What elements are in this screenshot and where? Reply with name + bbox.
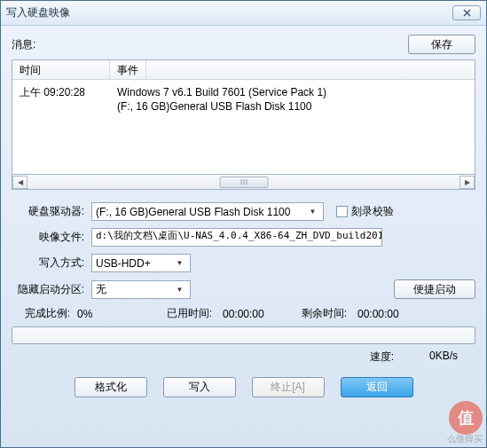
method-select[interactable]: USB-HDD+ ▼ bbox=[91, 254, 191, 272]
log-body: 上午 09:20:28 Windows 7 v6.1 Build 7601 (S… bbox=[12, 80, 475, 119]
log-event-column: Windows 7 v6.1 Build 7601 (Service Pack … bbox=[110, 83, 475, 115]
portable-boot-button[interactable]: 便捷启动 bbox=[394, 279, 475, 299]
progress-bar bbox=[12, 326, 475, 344]
hide-label: 隐藏启动分区: bbox=[12, 282, 91, 297]
watermark-text: 么值得买 bbox=[447, 433, 483, 445]
message-label: 消息: bbox=[12, 37, 408, 52]
bottom-buttons: 格式化 写入 终止[A] 返回 bbox=[12, 377, 475, 397]
message-row: 消息: 保存 bbox=[12, 35, 475, 54]
content-area: 消息: 保存 时间 事件 上午 09:20:28 Windows 7 v6.1 … bbox=[1, 26, 486, 405]
close-icon bbox=[463, 9, 471, 17]
verify-label: 刻录校验 bbox=[351, 204, 394, 219]
image-path-input[interactable]: d:\我的文档\桌面\U-NAS_4.0.4_X86-64_ZH_DVD_bui… bbox=[91, 228, 382, 247]
watermark-logo: 值 bbox=[449, 401, 483, 435]
checkbox-box bbox=[336, 206, 348, 217]
log-cell: Windows 7 v6.1 Build 7601 (Service Pack … bbox=[117, 85, 467, 99]
drive-value: (F:, 16 GB)General USB Flash Disk 1100 bbox=[96, 206, 306, 218]
ratio-label: 完成比例: bbox=[12, 306, 77, 321]
log-cell: 上午 09:20:28 bbox=[20, 85, 103, 99]
remain-value: 00:00:00 bbox=[347, 308, 399, 320]
hide-row: 隐藏启动分区: 无 ▼ 便捷启动 bbox=[12, 279, 475, 299]
ratio-value: 0% bbox=[77, 308, 157, 320]
scroll-thumb[interactable] bbox=[219, 177, 268, 188]
hide-value: 无 bbox=[96, 282, 173, 297]
format-button[interactable]: 格式化 bbox=[75, 377, 147, 397]
speed-label: 速度: bbox=[370, 350, 394, 365]
chevron-down-icon: ▼ bbox=[173, 259, 186, 267]
method-row: 写入方式: USB-HDD+ ▼ bbox=[12, 254, 475, 272]
hide-select[interactable]: 无 ▼ bbox=[91, 280, 191, 299]
log-header: 时间 事件 bbox=[12, 60, 475, 80]
image-row: 映像文件: d:\我的文档\桌面\U-NAS_4.0.4_X86-64_ZH_D… bbox=[12, 228, 475, 247]
back-button[interactable]: 返回 bbox=[341, 377, 413, 397]
speed-row: 速度: 0KB/s bbox=[12, 350, 475, 365]
dialog-window: 写入硬盘映像 消息: 保存 时间 事件 上午 09:20:28 Windows … bbox=[0, 0, 487, 448]
titlebar: 写入硬盘映像 bbox=[1, 1, 486, 26]
write-button[interactable]: 写入 bbox=[163, 377, 236, 397]
abort-button: 终止[A] bbox=[252, 377, 325, 397]
elapsed-value: 00:00:00 bbox=[212, 308, 292, 320]
image-label: 映像文件: bbox=[12, 230, 91, 245]
log-cell: (F:, 16 GB)General USB Flash Disk 1100 bbox=[117, 99, 467, 114]
chevron-down-icon: ▼ bbox=[306, 208, 319, 216]
window-title: 写入硬盘映像 bbox=[6, 5, 452, 20]
method-label: 写入方式: bbox=[12, 255, 91, 271]
chevron-down-icon: ▼ bbox=[173, 286, 186, 294]
col-time-header[interactable]: 时间 bbox=[12, 60, 110, 79]
col-event-header[interactable]: 事件 bbox=[110, 60, 146, 79]
verify-checkbox[interactable]: 刻录校验 bbox=[336, 204, 394, 219]
scroll-track[interactable] bbox=[27, 176, 460, 189]
scroll-right-button[interactable]: ▶ bbox=[460, 176, 475, 189]
progress-stats-row: 完成比例: 0% 已用时间: 00:00:00 剩余时间: 00:00:00 bbox=[12, 306, 475, 321]
drive-row: 硬盘驱动器: (F:, 16 GB)General USB Flash Disk… bbox=[12, 202, 475, 221]
speed-value: 0KB/s bbox=[429, 350, 458, 365]
drive-label: 硬盘驱动器: bbox=[12, 204, 91, 219]
save-button[interactable]: 保存 bbox=[408, 35, 475, 54]
remain-label: 剩余时间: bbox=[292, 306, 347, 321]
method-value: USB-HDD+ bbox=[96, 257, 173, 270]
log-listview[interactable]: 时间 事件 上午 09:20:28 Windows 7 v6.1 Build 7… bbox=[12, 59, 475, 175]
close-button[interactable] bbox=[452, 5, 481, 20]
drive-select[interactable]: (F:, 16 GB)General USB Flash Disk 1100 ▼ bbox=[91, 202, 324, 221]
log-time-column: 上午 09:20:28 bbox=[12, 83, 110, 115]
form-area: 硬盘驱动器: (F:, 16 GB)General USB Flash Disk… bbox=[12, 202, 475, 397]
horizontal-scrollbar[interactable]: ◀ ▶ bbox=[12, 175, 475, 190]
watermark: 值 么值得买 bbox=[412, 399, 483, 444]
scroll-left-button[interactable]: ◀ bbox=[12, 176, 27, 189]
elapsed-label: 已用时间: bbox=[157, 306, 212, 321]
